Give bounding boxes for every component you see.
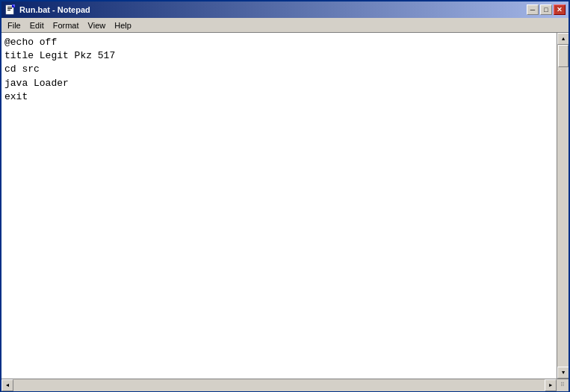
menu-view[interactable]: View (84, 19, 111, 31)
svg-rect-3 (7, 10, 10, 10)
window-title: Run.bat - Notepad (19, 5, 90, 14)
resize-corner[interactable]: ⠿ (557, 379, 569, 391)
app-icon (4, 4, 16, 16)
minimize-button[interactable]: ─ (527, 4, 539, 15)
scroll-track-h[interactable] (13, 379, 545, 391)
menu-help[interactable]: Help (110, 19, 136, 31)
horizontal-scrollbar: ◄ ► ⠿ (1, 379, 569, 391)
menu-file[interactable]: File (3, 19, 25, 31)
resize-icon: ⠿ (560, 382, 565, 388)
scroll-down-button[interactable]: ▼ (557, 367, 569, 379)
close-button[interactable]: ✕ (554, 4, 566, 15)
title-bar-left: Run.bat - Notepad (4, 4, 90, 16)
svg-rect-2 (7, 8, 12, 9)
svg-rect-1 (7, 7, 12, 7)
menu-bar: File Edit Format View Help (1, 18, 569, 33)
maximize-button[interactable]: □ (540, 4, 552, 15)
menu-format[interactable]: Format (49, 19, 84, 31)
title-bar: Run.bat - Notepad ─ □ ✕ (1, 1, 569, 18)
scroll-right-icon: ► (549, 382, 552, 388)
content-area: @echo off title Legit Pkz 517 cd src jav… (1, 33, 569, 379)
scroll-up-icon: ▲ (562, 36, 565, 42)
menu-edit[interactable]: Edit (25, 19, 49, 31)
scroll-up-button[interactable]: ▲ (557, 33, 569, 45)
vertical-scrollbar: ▲ ▼ (557, 33, 569, 379)
scroll-thumb-v[interactable] (558, 45, 569, 67)
scroll-down-icon: ▼ (562, 370, 565, 376)
scroll-left-button[interactable]: ◄ (1, 379, 13, 391)
notepad-window: Run.bat - Notepad ─ □ ✕ File Edit Format… (0, 0, 570, 392)
text-editor[interactable]: @echo off title Legit Pkz 517 cd src jav… (1, 33, 557, 379)
scroll-right-button[interactable]: ► (545, 379, 557, 391)
scroll-left-icon: ◄ (6, 382, 9, 388)
window-controls: ─ □ ✕ (527, 4, 566, 15)
scroll-track-v[interactable] (557, 45, 569, 367)
